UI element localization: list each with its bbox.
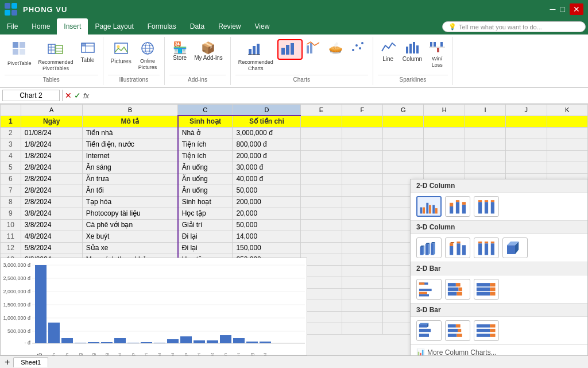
cell-c1[interactable]: Sinh hoạt (178, 116, 233, 127)
tab-formulas[interactable]: Formulas (141, 18, 183, 34)
cell-D2[interactable]: 3,000,000 đ (233, 127, 301, 139)
cell-C3[interactable]: Tiện ích (178, 139, 233, 150)
cell-A10[interactable]: 3/8/2024 (21, 219, 82, 231)
cell-D6[interactable]: 40,000 đ (233, 173, 301, 185)
col-header-b[interactable]: B (82, 104, 178, 116)
3d-100pct-opt[interactable] (474, 237, 499, 258)
tab-view[interactable]: View (248, 18, 277, 34)
cell-A3[interactable]: 1/8/2024 (21, 139, 82, 150)
cell-A5[interactable]: 2/8/2024 (21, 162, 82, 173)
100pct-stacked-column-opt[interactable] (474, 196, 499, 217)
cancel-icon[interactable]: ✕ (65, 91, 72, 100)
online-pictures-button[interactable]: OnlinePictures (136, 39, 160, 72)
cell-B11[interactable]: Xe buýt (82, 231, 178, 242)
col-header-g[interactable]: G (383, 104, 424, 116)
cell-D7[interactable]: 50,000 (233, 185, 301, 196)
table-button[interactable]: Table (78, 39, 98, 66)
cell-A9[interactable]: 3/8/2024 (21, 208, 82, 219)
cell-a1[interactable]: Ngày (21, 116, 82, 127)
cell-B7[interactable]: Ăn tối (82, 185, 178, 196)
cell-C2[interactable]: Nhà ở (178, 127, 233, 139)
cell-C10[interactable]: Giải trí (178, 219, 233, 231)
more-column-charts-button[interactable]: 📊 More Column Charts... (411, 345, 587, 355)
bar-stacked-opt[interactable] (445, 279, 470, 300)
tab-file[interactable]: File (0, 18, 25, 34)
3dbar-100pct-opt[interactable] (474, 320, 499, 341)
stacked-column-opt[interactable] (445, 196, 470, 217)
line-sparkline-button[interactable]: Line (378, 39, 399, 64)
pie-chart-button[interactable]: 🥧 (326, 39, 346, 56)
pictures-button[interactable]: Pictures (108, 39, 134, 67)
cell-A4[interactable]: 1/8/2024 (21, 150, 82, 162)
recommended-pivottables-button[interactable]: RecommendedPivotTables (36, 39, 76, 74)
bar-clustered-opt[interactable] (416, 279, 442, 300)
tab-insert[interactable]: Insert (57, 18, 88, 34)
3d-clustered-opt[interactable] (416, 237, 442, 258)
cell-D11[interactable]: 14,000 (233, 231, 301, 242)
cell-C8[interactable]: Sinh hoạt (178, 196, 233, 208)
cell-B8[interactable]: Tạp hóa (82, 196, 178, 208)
column-sparkline-button[interactable]: Column (400, 39, 425, 64)
cell-D10[interactable]: 50,000 (233, 219, 301, 231)
winloss-sparkline-button[interactable]: Win/Loss (426, 39, 448, 70)
add-sheet-button[interactable]: + (2, 357, 12, 367)
sheet-tab-sheet1[interactable]: Sheet1 (13, 357, 48, 367)
col-header-e[interactable]: E (301, 104, 342, 116)
cell-A11[interactable]: 4/8/2024 (21, 231, 82, 242)
cell-A6[interactable]: 2/8/2024 (21, 173, 82, 185)
cell-D8[interactable]: 200,000 (233, 196, 301, 208)
recommended-charts-button[interactable]: RecommendedCharts (235, 39, 276, 74)
cell-b1[interactable]: Mô tả (82, 116, 178, 127)
confirm-icon[interactable]: ✓ (74, 91, 81, 100)
3dbar-stacked-opt[interactable] (445, 320, 470, 341)
cell-d1[interactable]: Số tiền chi (233, 116, 301, 127)
cell-C4[interactable]: Tiện ích (178, 150, 233, 162)
cell-C12[interactable]: Đi lại (178, 242, 233, 254)
name-box[interactable] (2, 90, 60, 101)
tab-page-layout[interactable]: Page Layout (88, 18, 140, 34)
3dbar-clustered-opt[interactable] (416, 320, 442, 341)
cell-B3[interactable]: Tiền điện, nước (82, 139, 178, 150)
cell-C9[interactable]: Học tập (178, 208, 233, 219)
col-header-i[interactable]: I (465, 104, 505, 116)
col-header-a[interactable]: A (21, 104, 82, 116)
bar-100pct-opt[interactable] (474, 279, 499, 300)
cell-B5[interactable]: Ăn sáng (82, 162, 178, 173)
cell-D12[interactable]: 150,000 (233, 242, 301, 254)
tab-data[interactable]: Data (183, 18, 211, 34)
cell-B9[interactable]: Photocopy tài liệu (82, 208, 178, 219)
formula-input[interactable] (91, 90, 586, 101)
cell-B6[interactable]: Ăn trưa (82, 173, 178, 185)
line-bar-chart-button[interactable] (304, 39, 324, 57)
cell-C6[interactable]: Ăn uống (178, 173, 233, 185)
clustered-column-opt[interactable] (416, 196, 442, 217)
cell-A7[interactable]: 2/8/2024 (21, 185, 82, 196)
cell-B10[interactable]: Cà phê với bạn (82, 219, 178, 231)
cell-D5[interactable]: 30,000 đ (233, 162, 301, 173)
close-icon[interactable]: ✕ (570, 3, 583, 15)
cell-C7[interactable]: Ăn uống (178, 185, 233, 196)
tab-review[interactable]: Review (211, 18, 247, 34)
column-chart-button[interactable] (277, 39, 303, 60)
scatter-chart-button[interactable] (347, 39, 368, 57)
cell-D9[interactable]: 20,000 (233, 208, 301, 219)
cell-A12[interactable]: 5/8/2024 (21, 242, 82, 254)
pivot-table-button[interactable]: PivotTable (5, 39, 34, 68)
3d-full-opt[interactable] (502, 237, 528, 258)
my-addins-button[interactable]: 📦 My Add-ins (191, 39, 225, 63)
col-header-k[interactable]: K (547, 104, 587, 116)
minimize-icon[interactable]: ─ (550, 5, 556, 14)
cell-A2[interactable]: 01/08/24 (21, 127, 82, 139)
col-header-d[interactable]: D (233, 104, 301, 116)
cell-C11[interactable]: Đi lại (178, 231, 233, 242)
col-header-f[interactable]: F (342, 104, 382, 116)
col-header-h[interactable]: H (424, 104, 465, 116)
col-header-c[interactable]: C (178, 104, 233, 116)
tell-me-bar[interactable]: 💡 Tell me what you want to do... (442, 21, 586, 32)
cell-D3[interactable]: 800,000 đ (233, 139, 301, 150)
maximize-icon[interactable]: □ (560, 5, 565, 14)
cell-C5[interactable]: Ăn uống (178, 162, 233, 173)
cell-B12[interactable]: Sửa xe (82, 242, 178, 254)
col-header-j[interactable]: J (506, 104, 547, 116)
cell-B2[interactable]: Tiền nhà (82, 127, 178, 139)
